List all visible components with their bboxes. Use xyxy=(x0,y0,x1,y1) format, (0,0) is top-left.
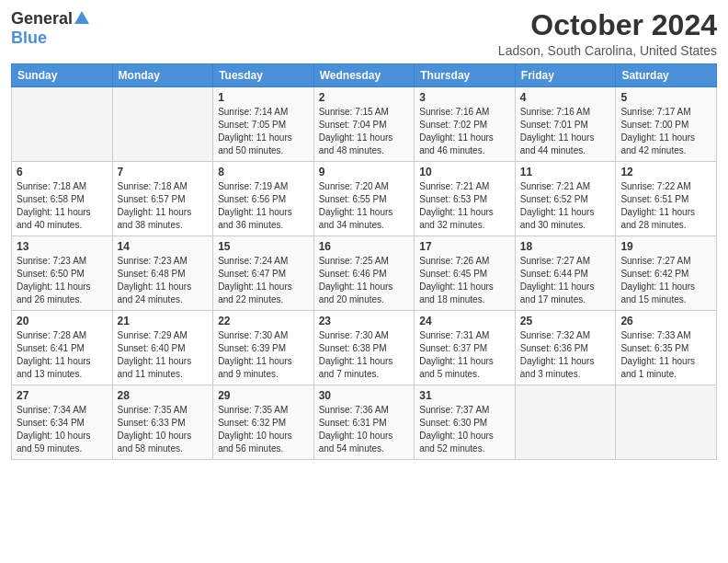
calendar-cell: 28Sunrise: 7:35 AMSunset: 6:33 PMDayligh… xyxy=(112,385,213,460)
day-info: Sunrise: 7:29 AMSunset: 6:40 PMDaylight:… xyxy=(118,329,209,381)
calendar-cell: 1Sunrise: 7:14 AMSunset: 7:05 PMDaylight… xyxy=(213,87,314,162)
calendar-cell: 15Sunrise: 7:24 AMSunset: 6:47 PMDayligh… xyxy=(213,236,314,311)
day-info: Sunrise: 7:17 AMSunset: 7:00 PMDaylight:… xyxy=(620,106,711,157)
day-info: Sunrise: 7:27 AMSunset: 6:44 PMDaylight:… xyxy=(520,255,611,306)
day-info: Sunrise: 7:18 AMSunset: 6:58 PMDaylight:… xyxy=(17,180,108,232)
calendar-cell xyxy=(616,385,717,460)
day-number: 9 xyxy=(319,166,410,178)
calendar-cell: 22Sunrise: 7:30 AMSunset: 6:39 PMDayligh… xyxy=(213,311,314,385)
calendar-cell: 11Sunrise: 7:21 AMSunset: 6:52 PMDayligh… xyxy=(515,162,616,236)
logo-general-text: General xyxy=(11,9,73,29)
calendar-cell: 12Sunrise: 7:22 AMSunset: 6:51 PMDayligh… xyxy=(616,162,717,236)
day-number: 23 xyxy=(319,315,410,327)
day-number: 19 xyxy=(620,240,711,253)
day-info: Sunrise: 7:31 AMSunset: 6:37 PMDaylight:… xyxy=(419,329,510,381)
page-container: General Blue October 2024 Ladson, South … xyxy=(0,0,728,469)
calendar-cell: 23Sunrise: 7:30 AMSunset: 6:38 PMDayligh… xyxy=(313,311,415,385)
day-info: Sunrise: 7:21 AMSunset: 6:52 PMDaylight:… xyxy=(520,180,611,232)
header: General Blue October 2024 Ladson, South … xyxy=(11,9,717,58)
day-number: 22 xyxy=(218,315,309,327)
calendar-day-header-friday: Friday xyxy=(515,64,616,87)
month-title: October 2024 xyxy=(498,9,717,41)
calendar-week-row-1: 1Sunrise: 7:14 AMSunset: 7:05 PMDaylight… xyxy=(12,87,717,162)
day-info: Sunrise: 7:34 AMSunset: 6:34 PMDaylight:… xyxy=(17,404,108,455)
day-number: 28 xyxy=(118,389,209,402)
day-info: Sunrise: 7:25 AMSunset: 6:46 PMDaylight:… xyxy=(319,255,410,306)
calendar-week-row-3: 13Sunrise: 7:23 AMSunset: 6:50 PMDayligh… xyxy=(12,236,717,311)
calendar-cell: 14Sunrise: 7:23 AMSunset: 6:48 PMDayligh… xyxy=(112,236,213,311)
day-info: Sunrise: 7:27 AMSunset: 6:42 PMDaylight:… xyxy=(620,255,711,306)
calendar-header-row: SundayMondayTuesdayWednesdayThursdayFrid… xyxy=(12,64,717,87)
calendar-cell: 4Sunrise: 7:16 AMSunset: 7:01 PMDaylight… xyxy=(515,87,616,162)
calendar-day-header-sunday: Sunday xyxy=(12,64,113,87)
day-number: 24 xyxy=(419,315,510,327)
day-number: 25 xyxy=(520,315,611,327)
logo-blue-text: Blue xyxy=(11,29,47,48)
day-info: Sunrise: 7:28 AMSunset: 6:41 PMDaylight:… xyxy=(17,329,108,381)
calendar-cell: 21Sunrise: 7:29 AMSunset: 6:40 PMDayligh… xyxy=(112,311,213,385)
day-number: 21 xyxy=(118,315,209,327)
calendar-week-row-5: 27Sunrise: 7:34 AMSunset: 6:34 PMDayligh… xyxy=(12,385,717,460)
calendar-cell xyxy=(12,87,113,162)
calendar-cell xyxy=(515,385,616,460)
calendar-cell: 9Sunrise: 7:20 AMSunset: 6:55 PMDaylight… xyxy=(313,162,415,236)
calendar-day-header-saturday: Saturday xyxy=(616,64,717,87)
calendar-cell: 2Sunrise: 7:15 AMSunset: 7:04 PMDaylight… xyxy=(313,87,415,162)
day-number: 1 xyxy=(218,91,309,104)
day-number: 16 xyxy=(319,240,410,253)
day-info: Sunrise: 7:16 AMSunset: 7:02 PMDaylight:… xyxy=(419,106,510,157)
day-info: Sunrise: 7:26 AMSunset: 6:45 PMDaylight:… xyxy=(419,255,510,306)
day-info: Sunrise: 7:18 AMSunset: 6:57 PMDaylight:… xyxy=(118,180,209,232)
day-number: 13 xyxy=(17,240,108,253)
calendar-cell: 31Sunrise: 7:37 AMSunset: 6:30 PMDayligh… xyxy=(415,385,516,460)
day-info: Sunrise: 7:20 AMSunset: 6:55 PMDaylight:… xyxy=(319,180,410,232)
day-info: Sunrise: 7:30 AMSunset: 6:38 PMDaylight:… xyxy=(319,329,410,381)
calendar-cell: 17Sunrise: 7:26 AMSunset: 6:45 PMDayligh… xyxy=(415,236,516,311)
day-number: 10 xyxy=(419,166,510,178)
day-number: 26 xyxy=(620,315,711,327)
day-info: Sunrise: 7:33 AMSunset: 6:35 PMDaylight:… xyxy=(620,329,711,381)
day-info: Sunrise: 7:23 AMSunset: 6:50 PMDaylight:… xyxy=(17,255,108,306)
day-info: Sunrise: 7:30 AMSunset: 6:39 PMDaylight:… xyxy=(218,329,309,381)
day-info: Sunrise: 7:35 AMSunset: 6:32 PMDaylight:… xyxy=(218,404,309,455)
calendar-cell: 25Sunrise: 7:32 AMSunset: 6:36 PMDayligh… xyxy=(515,311,616,385)
calendar-cell: 5Sunrise: 7:17 AMSunset: 7:00 PMDaylight… xyxy=(616,87,717,162)
calendar-cell: 6Sunrise: 7:18 AMSunset: 6:58 PMDaylight… xyxy=(12,162,113,236)
day-info: Sunrise: 7:24 AMSunset: 6:47 PMDaylight:… xyxy=(218,255,309,306)
day-number: 14 xyxy=(118,240,209,253)
calendar-cell: 27Sunrise: 7:34 AMSunset: 6:34 PMDayligh… xyxy=(12,385,113,460)
calendar-table: SundayMondayTuesdayWednesdayThursdayFrid… xyxy=(11,63,717,460)
calendar-cell: 19Sunrise: 7:27 AMSunset: 6:42 PMDayligh… xyxy=(616,236,717,311)
day-number: 4 xyxy=(520,91,611,104)
day-number: 27 xyxy=(17,389,108,402)
calendar-cell: 24Sunrise: 7:31 AMSunset: 6:37 PMDayligh… xyxy=(415,311,516,385)
calendar-cell: 3Sunrise: 7:16 AMSunset: 7:02 PMDaylight… xyxy=(415,87,516,162)
title-block: October 2024 Ladson, South Carolina, Uni… xyxy=(498,9,717,58)
calendar-week-row-4: 20Sunrise: 7:28 AMSunset: 6:41 PMDayligh… xyxy=(12,311,717,385)
calendar-cell: 16Sunrise: 7:25 AMSunset: 6:46 PMDayligh… xyxy=(313,236,415,311)
day-info: Sunrise: 7:16 AMSunset: 7:01 PMDaylight:… xyxy=(520,106,611,157)
day-number: 20 xyxy=(17,315,108,327)
calendar-cell: 29Sunrise: 7:35 AMSunset: 6:32 PMDayligh… xyxy=(213,385,314,460)
calendar-day-header-thursday: Thursday xyxy=(415,64,516,87)
day-number: 11 xyxy=(520,166,611,178)
day-number: 18 xyxy=(520,240,611,253)
day-info: Sunrise: 7:23 AMSunset: 6:48 PMDaylight:… xyxy=(118,255,209,306)
calendar-cell: 26Sunrise: 7:33 AMSunset: 6:35 PMDayligh… xyxy=(616,311,717,385)
day-number: 12 xyxy=(620,166,711,178)
calendar-day-header-wednesday: Wednesday xyxy=(313,64,415,87)
day-number: 2 xyxy=(319,91,410,104)
calendar-cell: 8Sunrise: 7:19 AMSunset: 6:56 PMDaylight… xyxy=(213,162,314,236)
calendar-cell: 7Sunrise: 7:18 AMSunset: 6:57 PMDaylight… xyxy=(112,162,213,236)
day-info: Sunrise: 7:15 AMSunset: 7:04 PMDaylight:… xyxy=(319,106,410,157)
calendar-cell: 18Sunrise: 7:27 AMSunset: 6:44 PMDayligh… xyxy=(515,236,616,311)
day-info: Sunrise: 7:14 AMSunset: 7:05 PMDaylight:… xyxy=(218,106,309,157)
day-number: 31 xyxy=(419,389,510,402)
day-number: 30 xyxy=(319,389,410,402)
day-info: Sunrise: 7:32 AMSunset: 6:36 PMDaylight:… xyxy=(520,329,611,381)
calendar-day-header-tuesday: Tuesday xyxy=(213,64,314,87)
day-number: 17 xyxy=(419,240,510,253)
logo: General Blue xyxy=(11,9,89,48)
day-info: Sunrise: 7:35 AMSunset: 6:33 PMDaylight:… xyxy=(118,404,209,455)
day-number: 29 xyxy=(218,389,309,402)
